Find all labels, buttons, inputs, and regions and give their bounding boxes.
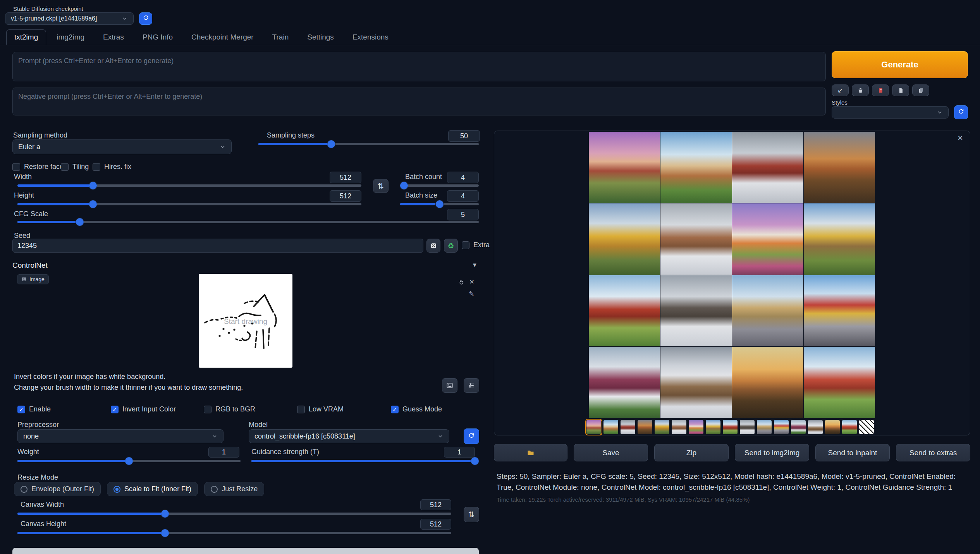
cfg-scale-slider[interactable] bbox=[17, 218, 479, 226]
gallery-thumbnail[interactable] bbox=[672, 420, 686, 434]
save-button[interactable]: Save bbox=[574, 444, 648, 461]
invert-input-color-checkbox[interactable]: Invert Input Color bbox=[111, 405, 176, 413]
negative-prompt-input[interactable] bbox=[12, 88, 826, 115]
gallery-image[interactable] bbox=[732, 203, 803, 275]
clear-prompt-button[interactable] bbox=[852, 84, 869, 96]
brush-settings-button[interactable] bbox=[464, 378, 479, 393]
gallery-thumbnail[interactable] bbox=[689, 420, 703, 434]
weight-slider[interactable] bbox=[17, 457, 241, 465]
clear-image-icon[interactable]: × bbox=[469, 277, 474, 286]
refresh-styles-button[interactable] bbox=[954, 105, 968, 119]
reuse-seed-button[interactable]: ♻ bbox=[444, 239, 458, 253]
save-style-button[interactable] bbox=[912, 84, 929, 96]
apply-style-button[interactable] bbox=[872, 84, 889, 96]
gallery-image[interactable] bbox=[660, 347, 732, 418]
guidance-strength-slider[interactable] bbox=[251, 457, 475, 465]
gallery-thumbnail[interactable] bbox=[825, 420, 840, 434]
paste-params-button[interactable]: ↙ bbox=[832, 84, 849, 96]
guess-mode-checkbox[interactable]: Guess Mode bbox=[391, 405, 442, 413]
gallery-image[interactable] bbox=[804, 275, 875, 346]
hires-fix-checkbox[interactable]: Hires. fix bbox=[93, 163, 131, 171]
gallery-image[interactable] bbox=[660, 132, 732, 203]
tab-img2img[interactable]: img2img bbox=[48, 29, 93, 45]
width-slider[interactable] bbox=[17, 181, 361, 190]
rgb-to-bgr-checkbox[interactable]: RGB to BGR bbox=[204, 405, 255, 413]
gallery-image[interactable] bbox=[589, 347, 660, 418]
gallery-thumbnail[interactable] bbox=[621, 420, 635, 434]
canvas-width-input[interactable] bbox=[420, 499, 451, 510]
gallery-image[interactable] bbox=[804, 132, 875, 203]
gallery-image[interactable] bbox=[589, 132, 660, 203]
zip-button[interactable]: Zip bbox=[654, 444, 729, 461]
low-vram-checkbox[interactable]: Low VRAM bbox=[297, 405, 344, 413]
send-to-inpaint-button[interactable]: Send to inpaint bbox=[815, 444, 890, 461]
tab-settings[interactable]: Settings bbox=[299, 29, 342, 45]
gallery-image[interactable] bbox=[732, 347, 803, 418]
checkpoint-dropdown[interactable]: v1-5-pruned.ckpt [e1441589a6] bbox=[5, 12, 134, 25]
collapse-caret-icon[interactable]: ▼ bbox=[472, 262, 478, 268]
seed-input[interactable] bbox=[12, 239, 423, 253]
gallery-thumbnail[interactable] bbox=[757, 420, 772, 434]
model-dropdown[interactable]: control_scribble-fp16 [c508311e] bbox=[249, 429, 449, 443]
gallery-image[interactable] bbox=[589, 275, 660, 346]
send-to-img2img-button[interactable]: Send to img2img bbox=[735, 444, 809, 461]
refresh-checkpoint-button[interactable] bbox=[139, 12, 152, 25]
send-to-extras-button[interactable]: Send to extras bbox=[896, 444, 970, 461]
gallery-thumbnail[interactable] bbox=[808, 420, 823, 434]
canvas-height-slider[interactable] bbox=[17, 529, 451, 537]
generate-button[interactable]: Generate bbox=[832, 51, 968, 78]
open-folder-button[interactable] bbox=[494, 444, 567, 461]
prompt-input[interactable] bbox=[12, 52, 826, 81]
collapsed-section-bar[interactable] bbox=[12, 548, 479, 554]
gallery-image[interactable] bbox=[660, 275, 732, 346]
upload-image-button[interactable] bbox=[442, 378, 457, 393]
swap-canvas-dimensions-button[interactable]: ⇅ bbox=[464, 507, 479, 522]
copy-style-button[interactable] bbox=[892, 84, 909, 96]
resize-scale-to-fit-radio[interactable]: Scale to Fit (Inner Fit) bbox=[107, 482, 198, 496]
gallery-thumbnail[interactable] bbox=[638, 420, 652, 434]
gallery-thumbnail[interactable] bbox=[655, 420, 669, 434]
gallery-image[interactable] bbox=[660, 203, 732, 275]
close-gallery-icon[interactable]: × bbox=[958, 133, 963, 143]
batch-count-slider[interactable] bbox=[400, 181, 479, 190]
gallery-thumbnail[interactable] bbox=[740, 420, 755, 434]
tab-extras[interactable]: Extras bbox=[95, 29, 132, 45]
extra-seed-checkbox[interactable]: Extra bbox=[462, 241, 490, 249]
gallery-image[interactable] bbox=[589, 203, 660, 275]
gallery-thumbnail[interactable] bbox=[723, 420, 738, 434]
enable-checkbox[interactable]: Enable bbox=[17, 405, 51, 413]
undo-icon[interactable] bbox=[458, 279, 465, 286]
tiling-checkbox[interactable]: Tiling bbox=[61, 163, 89, 171]
batch-size-slider[interactable] bbox=[400, 200, 479, 208]
gallery-thumbnail[interactable] bbox=[586, 420, 601, 434]
resize-just-resize-radio[interactable]: Just Resize bbox=[204, 482, 264, 496]
tab-txt2img[interactable]: txt2img bbox=[6, 29, 46, 45]
styles-dropdown[interactable] bbox=[832, 106, 949, 119]
sampling-steps-slider[interactable] bbox=[258, 140, 479, 148]
controlnet-canvas[interactable]: Start drawing bbox=[199, 274, 292, 368]
gallery-image[interactable] bbox=[804, 203, 875, 275]
height-slider[interactable] bbox=[17, 200, 361, 208]
gallery-thumbnail[interactable] bbox=[842, 420, 857, 434]
gallery-thumbnail[interactable] bbox=[706, 420, 720, 434]
canvas-height-input[interactable] bbox=[420, 519, 451, 530]
tab-train[interactable]: Train bbox=[264, 29, 297, 45]
weight-input[interactable] bbox=[208, 447, 239, 458]
gallery-image[interactable] bbox=[732, 132, 803, 203]
gallery-image[interactable] bbox=[804, 347, 875, 418]
controlnet-image-tab[interactable]: Image bbox=[17, 274, 49, 284]
brush-icon[interactable]: ✎ bbox=[469, 291, 474, 297]
tab-png-info[interactable]: PNG Info bbox=[134, 29, 181, 45]
preprocessor-dropdown[interactable]: none bbox=[17, 429, 224, 443]
resize-envelope-radio[interactable]: Envelope (Outer Fit) bbox=[14, 482, 101, 496]
swap-dimensions-button[interactable]: ⇅ bbox=[373, 179, 389, 193]
gallery-thumbnail[interactable] bbox=[603, 420, 618, 434]
guidance-strength-input[interactable] bbox=[444, 447, 475, 458]
restore-faces-checkbox[interactable]: Restore faces bbox=[12, 163, 67, 171]
random-seed-button[interactable] bbox=[426, 239, 440, 253]
gallery-image[interactable] bbox=[732, 275, 803, 346]
refresh-models-button[interactable] bbox=[464, 428, 479, 444]
gallery-thumbnail[interactable] bbox=[774, 420, 789, 434]
tab-extensions[interactable]: Extensions bbox=[344, 29, 397, 45]
gallery-thumbnail-scribble[interactable] bbox=[859, 420, 874, 434]
